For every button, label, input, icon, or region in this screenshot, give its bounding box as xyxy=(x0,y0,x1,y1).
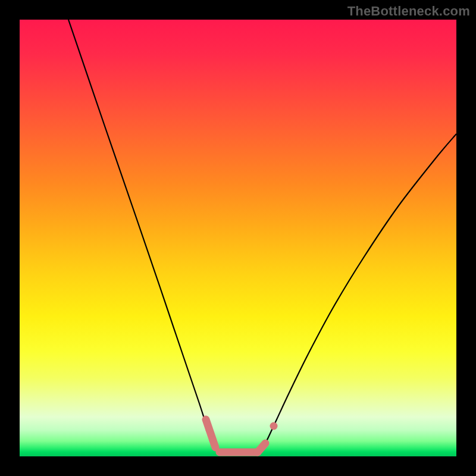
highlight-segments xyxy=(206,419,265,452)
watermark-text: TheBottleneck.com xyxy=(347,4,470,19)
curve-layer xyxy=(20,20,456,456)
highlight-dot xyxy=(205,425,212,433)
right-curve xyxy=(264,134,456,447)
left-curve xyxy=(68,20,215,447)
highlight-dot xyxy=(209,436,216,443)
left-thick xyxy=(206,419,215,447)
highlight-dot xyxy=(270,422,278,430)
plot-area xyxy=(20,20,456,456)
right-thick xyxy=(258,443,265,452)
chart-frame: TheBottleneck.com xyxy=(0,0,476,476)
